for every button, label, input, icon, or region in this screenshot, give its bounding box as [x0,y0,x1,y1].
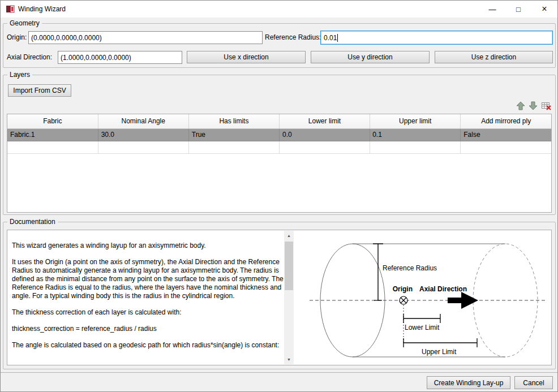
documentation-group: Documentation This wizard generates a wi… [3,222,556,369]
winding-diagram: Reference Radius Origin Axial Direction … [302,234,551,363]
reference-radius-input[interactable] [321,31,552,44]
cell-fabric[interactable] [7,141,98,153]
scroll-down-icon[interactable]: ▼ [284,355,294,364]
geometry-group-label: Geometry [7,19,42,27]
axial-direction-input[interactable] [58,51,182,64]
app-icon [6,5,15,14]
cell-has-limits[interactable] [188,141,279,153]
use-y-direction-button[interactable]: Use y direction [311,51,430,63]
create-winding-layup-button[interactable]: Create Winding Lay-up [427,376,510,389]
cell-upper-limit[interactable] [370,141,461,153]
cell-fabric[interactable]: Fabric.1 [7,128,98,141]
diagram-lower-limit-label: Lower Limit [405,324,440,331]
origin-input[interactable] [28,31,263,44]
layers-table: Fabric Nominal Angle Has limits Lower li… [7,114,552,213]
cell-has-limits[interactable]: True [188,128,279,141]
origin-label: Origin: [7,33,27,41]
reference-radius-field [320,31,553,45]
layer-actions [516,101,551,110]
reference-radius-label: Reference Radius: [265,33,321,41]
text-caret [337,34,338,42]
delete-selected-rows-icon[interactable] [541,101,551,110]
doc-paragraph: It uses the Origin (a point on the axis … [12,258,284,300]
diagram-reference-radius-label: Reference Radius [383,264,437,272]
cancel-button[interactable]: Cancel [514,376,553,389]
column-header-has-limits[interactable]: Has limits [188,114,279,128]
geometry-group: Geometry Origin: Reference Radius: Axial… [3,23,556,68]
cell-add-mirrored-ply[interactable]: False [461,128,551,141]
diagram-axial-direction-label: Axial Direction [419,285,467,293]
documentation-panel: This wizard generates a winding layup fo… [7,230,552,365]
column-header-lower-limit[interactable]: Lower limit [279,114,370,128]
cell-upper-limit[interactable]: 0.1 [370,128,461,141]
cell-lower-limit[interactable] [279,141,370,153]
scrollbar-thumb[interactable] [285,242,293,290]
scroll-up-icon[interactable]: ▲ [284,231,294,240]
minimize-button[interactable]: — [479,1,505,18]
cell-nominal-angle[interactable] [98,141,188,153]
diagram-upper-limit-label: Upper Limit [422,348,457,356]
documentation-text: This wizard generates a winding layup fo… [12,230,284,364]
title-bar: Winding Wizard — □ × [1,1,557,18]
close-button[interactable]: × [531,1,557,18]
upper-limit-edit-input[interactable]: 0.1 [370,129,460,140]
cell-add-mirrored-ply[interactable] [461,141,551,153]
use-z-direction-button[interactable]: Use z direction [435,51,553,63]
move-down-icon[interactable] [529,101,538,110]
column-header-add-mirrored-ply[interactable]: Add mirrored ply [461,114,551,128]
doc-paragraph: This wizard generates a winding layup fo… [12,242,284,250]
table-row-empty[interactable] [7,141,551,153]
axial-arrow-head [461,292,478,309]
footer-separator [1,372,557,373]
layers-group: Layers Import From CSV Fabric Nominal An… [3,75,556,215]
column-header-upper-limit[interactable]: Upper limit [370,114,461,128]
doc-paragraph: The thickness correction of each layer i… [12,308,284,317]
diagram-origin-label: Origin [393,285,413,293]
winding-wizard-window: { "window": { "title": "Winding Wizard",… [0,0,558,392]
column-header-nominal-angle[interactable]: Nominal Angle [98,114,188,128]
cell-nominal-angle[interactable]: 30.0 [98,128,188,141]
import-from-csv-button[interactable]: Import From CSV [8,84,71,97]
window-title: Winding Wizard [18,5,66,13]
axial-arrow-shaft [448,298,461,303]
move-up-icon[interactable] [516,101,525,110]
layers-group-label: Layers [7,71,32,79]
table-row-selected[interactable]: Fabric.1 30.0 True 0.0 0.1 False [7,128,551,141]
table-header-row: Fabric Nominal Angle Has limits Lower li… [7,114,551,128]
axial-direction-label: Axial Direction: [7,53,52,61]
doc-scrollbar[interactable]: ▲ ▼ [284,231,294,364]
cell-lower-limit[interactable]: 0.0 [279,128,370,141]
window-controls: — □ × [479,1,557,18]
documentation-group-label: Documentation [7,218,58,226]
doc-paragraph: thickness_correction = reference_radius … [12,325,284,333]
column-header-fabric[interactable]: Fabric [7,114,98,128]
doc-paragraph: The angle is calculated based on a geode… [12,341,284,350]
use-x-direction-button[interactable]: Use x direction [187,51,306,63]
maximize-button[interactable]: □ [505,1,531,18]
